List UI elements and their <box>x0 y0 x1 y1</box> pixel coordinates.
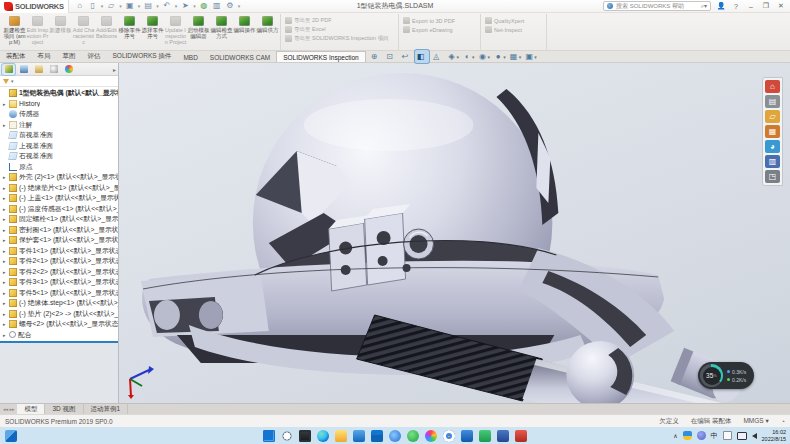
ribbon-button[interactable]: 编辑供方 <box>256 14 279 50</box>
taskbar-app-icon[interactable] <box>497 430 509 442</box>
document-tab[interactable]: 模型 <box>17 404 45 414</box>
ribbon-tab[interactable]: SOLIDWORKS Inspection <box>276 51 366 62</box>
task-pane-tab[interactable]: ◕ <box>765 140 780 153</box>
task-pane-tab[interactable]: ⌂ <box>765 80 780 93</box>
tabs-overflow-icon[interactable]: ▸ <box>113 66 116 73</box>
document-tab[interactable]: 运动算例1 <box>84 404 129 414</box>
heads-up-button[interactable]: ◬ <box>430 50 445 63</box>
ime-indicator[interactable]: 中 <box>711 431 718 441</box>
tree-item[interactable]: 固定螺栓<1> (默认<<默认>_显示状 <box>0 214 118 225</box>
ribbon-menu-item[interactable]: 导出至 2D PDF <box>285 17 395 24</box>
undo-icon[interactable]: ↶ <box>162 1 172 11</box>
heads-up-button[interactable]: ↩ <box>399 50 414 63</box>
ribbon-button[interactable]: 新建检查项目 (amp:M) <box>3 14 26 50</box>
widgets-icon[interactable] <box>5 430 17 442</box>
heads-up-button[interactable]: ◈ <box>446 50 461 63</box>
ribbon-menu-item[interactable]: 导出至 Excel <box>285 26 395 33</box>
tree-item[interactable]: 外壳 (2)<1> (默认<<默认>_显示状态 <box>0 172 118 183</box>
taskbar-app-icon[interactable] <box>425 430 437 442</box>
chevron-down-icon[interactable] <box>503 52 506 61</box>
file-properties-icon[interactable]: ▥ <box>212 1 222 11</box>
task-pane-tab[interactable]: ◳ <box>765 170 780 183</box>
taskbar-app-icon[interactable] <box>389 430 401 442</box>
display-icon[interactable] <box>737 432 747 440</box>
task-pane-tab[interactable]: ▦ <box>765 125 780 138</box>
status-options-icon[interactable]: ◔ <box>781 418 785 425</box>
tab-display-manager[interactable] <box>62 64 75 75</box>
taskbar-app-icon[interactable] <box>281 430 293 442</box>
ribbon-tab[interactable]: MBD <box>177 52 203 62</box>
defender-icon[interactable] <box>697 431 706 440</box>
tree-item[interactable]: 原点 <box>0 162 118 173</box>
graphics-viewport[interactable]: ⌂ ▤ ▱ ▦ ◕ <box>119 63 790 403</box>
ribbon-tab[interactable]: 评估 <box>82 50 107 62</box>
touch-keyboard-icon[interactable] <box>723 431 732 440</box>
chevron-down-icon[interactable] <box>488 52 491 61</box>
taskbar-app-icon[interactable] <box>353 430 365 442</box>
login-icon[interactable]: 👤 <box>716 2 726 10</box>
tree-item[interactable]: 配合 <box>0 330 118 341</box>
chevron-down-icon[interactable] <box>457 52 460 61</box>
home-icon[interactable]: ⌂ <box>75 1 85 11</box>
close-button[interactable]: ✕ <box>776 2 786 10</box>
ribbon-button[interactable]: 启动模板编辑器 <box>187 14 210 50</box>
task-pane-tab[interactable]: ▱ <box>765 110 780 123</box>
document-tab[interactable]: 3D 视图 <box>45 404 83 414</box>
tree-item[interactable]: 上视基准面 <box>0 141 118 152</box>
ribbon-menu-item[interactable]: Export to 3D PDF <box>403 17 477 24</box>
ribbon-tab[interactable]: 布局 <box>32 50 57 62</box>
chevron-down-icon[interactable] <box>472 52 475 61</box>
tree-item[interactable]: 前视基准面 <box>0 130 118 141</box>
taskbar-app-icon[interactable] <box>443 430 455 442</box>
select-icon[interactable]: ➤ <box>180 1 190 11</box>
heads-up-button[interactable]: ◉ <box>477 50 492 63</box>
ribbon-button[interactable]: Add Characteristic <box>72 14 95 50</box>
chevron-down-icon[interactable] <box>519 52 522 61</box>
taskbar-app-icon[interactable] <box>515 430 527 442</box>
speaker-icon[interactable] <box>752 433 757 439</box>
ribbon-button[interactable]: Add/Edit Balloons <box>95 14 118 50</box>
tree-item[interactable]: (-) 温度传感器<1> (默认<<默认>_显 <box>0 204 118 215</box>
ribbon-button[interactable]: 编辑操作 <box>233 14 256 50</box>
minimize-button[interactable]: – <box>746 3 756 10</box>
taskbar-app-icon[interactable] <box>407 430 419 442</box>
tree-item[interactable]: (-) 绝缘体.step<1> (默认<<默认>_ <box>0 298 118 309</box>
tab-feature-tree[interactable] <box>2 64 15 75</box>
tree-item[interactable]: (-) 垫片 (2)<2> -> (默认<<默认>_显 <box>0 309 118 320</box>
restore-button[interactable]: ❐ <box>761 2 771 10</box>
taskbar-app-icon[interactable] <box>299 430 311 442</box>
heads-up-button[interactable]: ⊡ <box>384 50 399 63</box>
ribbon-menu-item[interactable]: Export eDrawing <box>403 26 477 33</box>
tab-property-manager[interactable] <box>17 64 30 75</box>
heads-up-button[interactable]: ● <box>492 50 507 63</box>
ribbon-button[interactable]: 移除零件序号 <box>118 14 141 50</box>
3d-model-thermocouple[interactable] <box>119 63 790 403</box>
print-icon[interactable]: ▤ <box>143 1 153 11</box>
taskbar-app-icon[interactable] <box>371 430 383 442</box>
save-icon[interactable]: ▣ <box>125 1 135 11</box>
tree-item[interactable]: (-) 上盖<1> (默认<<默认>_显示状态 <box>0 193 118 204</box>
tree-item[interactable]: 1型铠装热电偶 (默认<默认_显示状态-1 <box>0 88 118 99</box>
task-pane-tab[interactable]: ▤ <box>765 95 780 108</box>
network-monitor-widget[interactable]: 35% 0.3K/s 0.2K/s <box>698 362 754 389</box>
options-icon[interactable]: ⚙ <box>225 1 235 11</box>
ribbon-menu-item[interactable]: QualityXpert <box>485 17 543 24</box>
task-pane-tab[interactable]: ▥ <box>765 155 780 168</box>
ribbon-tab[interactable]: SOLIDWORKS CAM <box>204 52 276 62</box>
taskbar-app-icon[interactable] <box>479 430 491 442</box>
tree-item[interactable]: 密封圈<1> (默认<<默认>_显示状态 <box>0 225 118 236</box>
ribbon-button[interactable]: 选择零件序号 <box>141 14 164 50</box>
tree-item[interactable]: (-) 绝缘垫片<1> (默认<<默认>_显示 <box>0 183 118 194</box>
tree-filter[interactable]: ▾ <box>0 76 118 87</box>
chevron-down-icon[interactable] <box>534 52 537 61</box>
heads-up-button[interactable]: ◧ <box>415 50 430 63</box>
ribbon-button[interactable]: Update Inspection Project <box>164 14 187 50</box>
rebuild-icon[interactable]: ◍ <box>199 1 209 11</box>
heads-up-button[interactable]: ▣ <box>523 50 538 63</box>
ribbon-button[interactable]: Edit Inspection Project <box>26 14 49 50</box>
tree-item[interactable]: 零件2<1> (默认<<默认>_显示状态- <box>0 256 118 267</box>
heads-up-button[interactable]: ◐ <box>461 50 476 63</box>
taskbar-app-icon[interactable] <box>335 430 347 442</box>
taskbar-app-icon[interactable] <box>263 430 275 442</box>
tab-scroll-buttons[interactable]: ◂◂ ▸▸ <box>0 404 17 414</box>
